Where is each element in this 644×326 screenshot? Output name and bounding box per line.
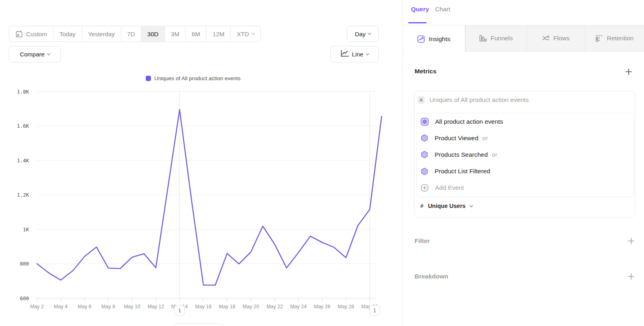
- aggregation-dropdown[interactable]: # Unique Users: [420, 203, 473, 209]
- event-label: Product Viewed: [435, 135, 478, 142]
- section-title: Breakdown: [415, 273, 448, 280]
- add-filter-button[interactable]: [627, 237, 635, 245]
- event-row[interactable]: Product List Filtered: [417, 163, 633, 180]
- insights-report-page: CustomTodayYesterday7D30D3M6M12MXTD Day …: [0, 0, 644, 326]
- report-tab-label: Insights: [429, 35, 450, 43]
- series-line[interactable]: [37, 110, 382, 285]
- x-tick-label: May 24: [290, 304, 307, 309]
- x-tick-label: May 22: [266, 304, 283, 309]
- report-tab-retention[interactable]: Retention: [585, 25, 644, 51]
- report-tab-label: Funnels: [491, 35, 513, 42]
- x-tick-label: May 18: [219, 304, 235, 309]
- event-row[interactable]: All product action events: [417, 113, 633, 130]
- add-metric-button[interactable]: [625, 68, 633, 76]
- report-tab-label: Retention: [607, 35, 634, 42]
- funnels-icon: [479, 35, 487, 42]
- report-tab-funnels[interactable]: Funnels: [465, 25, 526, 51]
- series-label: Uniques of All product action events: [429, 96, 528, 104]
- y-tick-label: 1K: [23, 226, 29, 233]
- report-type-tabs: InsightsFunnelsFlowsRetention: [403, 25, 644, 52]
- y-tick-label: 1.6K: [17, 123, 29, 129]
- event-operator: or: [492, 151, 497, 158]
- x-tick-label: May 16: [195, 304, 212, 309]
- active-tab-underline: [408, 22, 427, 23]
- x-tick-label: May 20: [243, 304, 259, 309]
- x-tick-label: May 4: [54, 304, 68, 309]
- event-list-card: All product action eventsProduct Viewedo…: [416, 113, 634, 197]
- event-label: All product action events: [435, 118, 503, 125]
- y-tick-label: 1.4K: [17, 158, 29, 164]
- report-tab-flows[interactable]: Flows: [526, 25, 585, 51]
- retention-icon: [596, 35, 603, 42]
- x-tick-label: May 2: [30, 304, 44, 309]
- y-tick-label: 1.8K: [17, 89, 29, 95]
- y-tick-label: 1.2K: [17, 192, 29, 198]
- y-tick-label: 800: [20, 261, 29, 267]
- event-row[interactable]: Product Viewedor: [417, 130, 633, 146]
- all-events-icon: [421, 118, 429, 126]
- section-title: Filter: [415, 237, 430, 245]
- x-tick-label: May 26: [314, 304, 330, 309]
- event-label: Products Searched: [435, 151, 488, 158]
- chevron-down-icon: [469, 204, 473, 207]
- series-header[interactable]: A Uniques of All product action events: [418, 96, 528, 104]
- x-tick-label: May 12: [148, 304, 164, 309]
- tooltip-partial: [173, 324, 225, 326]
- report-tab-label: Flows: [553, 35, 570, 42]
- event-operator: or: [482, 135, 488, 142]
- annotation-badge[interactable]: 1: [174, 305, 185, 316]
- hexagon-icon: [421, 168, 428, 175]
- line-chart[interactable]: 6008001K1.2K1.4K1.6K1.8KMay 2May 4May 6M…: [0, 0, 386, 326]
- flows-icon: [542, 35, 549, 42]
- tab-chart[interactable]: Chart: [435, 6, 450, 13]
- add-icon: [421, 184, 429, 192]
- x-tick-label: May 28: [338, 304, 354, 309]
- metrics-section-title: Metrics: [415, 68, 436, 75]
- x-tick-label: May 10: [124, 304, 140, 309]
- event-label: Product List Filtered: [435, 168, 490, 175]
- hexagon-icon: [421, 134, 428, 142]
- x-tick-label: May 8: [101, 304, 115, 309]
- section-breakdown: Breakdown: [415, 272, 635, 280]
- add-event-button[interactable]: Add Event: [417, 180, 633, 196]
- hexagon-icon: [421, 151, 428, 158]
- x-tick-label: May 6: [78, 304, 91, 309]
- section-filter: Filter: [415, 237, 635, 245]
- insights-icon: [417, 35, 425, 43]
- report-tab-insights[interactable]: Insights: [403, 25, 465, 52]
- y-tick-label: 600: [20, 295, 29, 301]
- event-row[interactable]: Products Searchedor: [417, 146, 633, 163]
- annotation-badge[interactable]: 1: [369, 305, 380, 316]
- aggregation-label: Unique Users: [428, 203, 465, 209]
- series-badge: A: [418, 96, 425, 104]
- number-icon: #: [420, 203, 423, 209]
- add-breakdown-button[interactable]: [627, 272, 635, 280]
- event-label: Add Event: [435, 184, 464, 191]
- tab-query[interactable]: Query: [411, 6, 429, 13]
- metric-card: A Uniques of All product action events A…: [414, 91, 635, 218]
